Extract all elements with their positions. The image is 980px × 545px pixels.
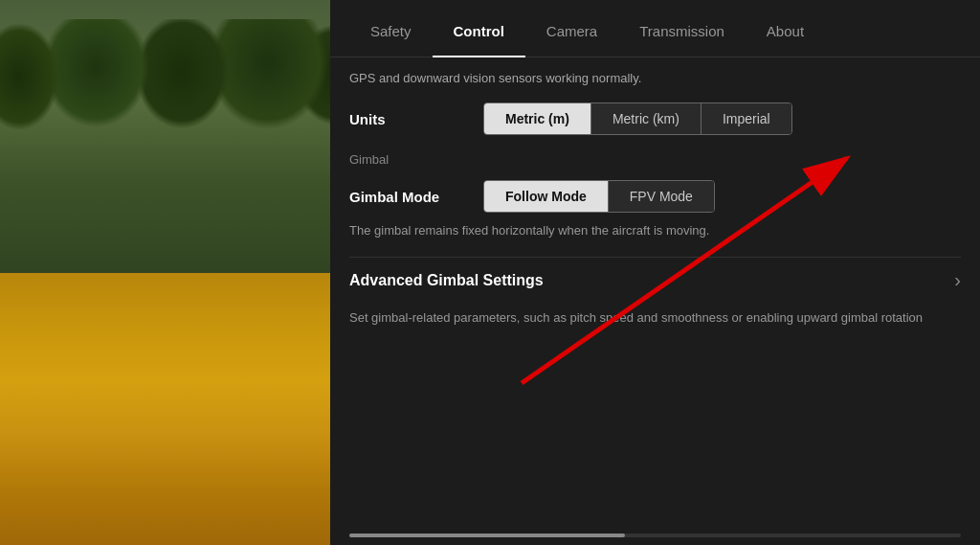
ground-background: [0, 273, 330, 546]
tab-safety[interactable]: Safety: [349, 17, 433, 45]
gimbal-description: The gimbal remains fixed horizontally wh…: [349, 222, 961, 239]
fpv-mode-button[interactable]: FPV Mode: [608, 181, 714, 212]
scroll-indicator: [349, 534, 961, 537]
advanced-gimbal-description: Set gimbal-related parameters, such as p…: [349, 308, 961, 328]
units-metric-m-button[interactable]: Metric (m): [484, 103, 590, 134]
gimbal-mode-button-group: Follow Mode FPV Mode: [483, 180, 715, 213]
tab-transmission[interactable]: Transmission: [618, 17, 746, 45]
settings-panel: Safety Control Camera Transmission About…: [330, 0, 980, 545]
content-area: GPS and downward vision sensors working …: [330, 57, 980, 524]
status-text: GPS and downward vision sensors working …: [349, 71, 961, 85]
follow-mode-button[interactable]: Follow Mode: [484, 181, 608, 212]
tab-control[interactable]: Control: [433, 17, 525, 45]
scroll-thumb: [349, 534, 625, 537]
tab-about[interactable]: About: [746, 17, 825, 45]
units-label: Units: [349, 111, 483, 127]
units-row: Units Metric (m) Metric (km) Imperial: [349, 102, 961, 135]
gimbal-section-header: Gimbal: [349, 152, 961, 167]
tab-camera[interactable]: Camera: [525, 17, 618, 45]
gimbal-mode-label: Gimbal Mode: [349, 189, 483, 205]
advanced-gimbal-label: Advanced Gimbal Settings: [349, 272, 544, 289]
camera-preview: [0, 0, 330, 545]
units-button-group: Metric (m) Metric (km) Imperial: [483, 102, 792, 135]
units-metric-km-button[interactable]: Metric (km): [590, 103, 701, 134]
nav-tabs: Safety Control Camera Transmission About: [330, 0, 980, 57]
chevron-right-icon: ›: [954, 269, 961, 291]
trees-background: [0, 19, 330, 292]
gimbal-mode-row: Gimbal Mode Follow Mode FPV Mode: [349, 180, 961, 213]
units-imperial-button[interactable]: Imperial: [701, 103, 791, 134]
advanced-gimbal-settings-row[interactable]: Advanced Gimbal Settings ›: [349, 257, 961, 303]
